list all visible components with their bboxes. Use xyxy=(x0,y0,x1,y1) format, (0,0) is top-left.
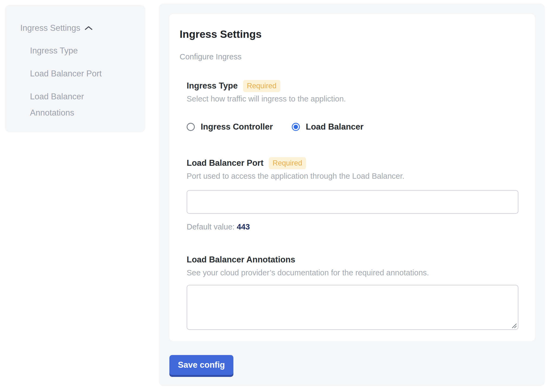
ingress-type-label: Ingress Type xyxy=(187,81,238,91)
ingress-type-radio-group: Ingress Controller Load Balancer xyxy=(187,122,519,132)
load-balancer-port-input[interactable] xyxy=(187,190,518,214)
required-badge: Required xyxy=(243,80,280,92)
section-load-balancer-port: Load Balancer Port Required Port used to… xyxy=(187,157,519,231)
section-load-balancer-annotations: Load Balancer Annotations See your cloud… xyxy=(187,254,519,330)
load-balancer-annotations-description: See your cloud provider’s documentation … xyxy=(187,268,519,277)
settings-sidebar: Ingress Settings Ingress Type Load Balan… xyxy=(5,5,145,132)
save-config-button[interactable]: Save config xyxy=(169,355,233,375)
ingress-type-description: Select how traffic will ingress to the a… xyxy=(187,94,519,103)
default-value-line: Default value: 443 xyxy=(187,222,519,231)
sidebar-group-ingress-settings[interactable]: Ingress Settings xyxy=(20,23,93,33)
radio-unselected-icon[interactable] xyxy=(187,123,195,131)
settings-panel: Ingress Settings Configure Ingress Ingre… xyxy=(159,4,545,386)
load-balancer-port-description: Port used to access the application thro… xyxy=(187,171,519,181)
radio-option-load-balancer[interactable]: Load Balancer xyxy=(292,122,364,132)
radio-option-ingress-controller[interactable]: Ingress Controller xyxy=(187,122,273,132)
chevron-up-icon xyxy=(85,26,93,31)
ingress-settings-card: Ingress Settings Configure Ingress Ingre… xyxy=(169,14,535,341)
page-title: Ingress Settings xyxy=(180,28,519,40)
load-balancer-annotations-textarea[interactable] xyxy=(187,285,518,330)
sidebar-item-ingress-type[interactable]: Ingress Type xyxy=(30,46,130,56)
page: Ingress Settings Ingress Type Load Balan… xyxy=(0,0,550,392)
radio-label-load-balancer: Load Balancer xyxy=(306,122,364,132)
required-badge: Required xyxy=(269,157,306,169)
load-balancer-annotations-label: Load Balancer Annotations xyxy=(187,255,295,265)
load-balancer-port-label: Load Balancer Port xyxy=(187,158,263,168)
radio-selected-icon[interactable] xyxy=(292,123,300,131)
sidebar-item-load-balancer-annotations[interactable]: Load Balancer Annotations xyxy=(30,89,130,121)
sidebar-group-label: Ingress Settings xyxy=(20,23,80,33)
sidebar-item-load-balancer-port[interactable]: Load Balancer Port xyxy=(30,69,130,79)
section-ingress-type: Ingress Type Required Select how traffic… xyxy=(187,80,519,132)
default-value-label: Default value: xyxy=(187,222,237,231)
radio-label-ingress-controller: Ingress Controller xyxy=(201,122,273,132)
default-value: 443 xyxy=(237,222,250,231)
page-subtitle: Configure Ingress xyxy=(180,52,519,61)
resize-handle-icon[interactable] xyxy=(511,323,517,329)
